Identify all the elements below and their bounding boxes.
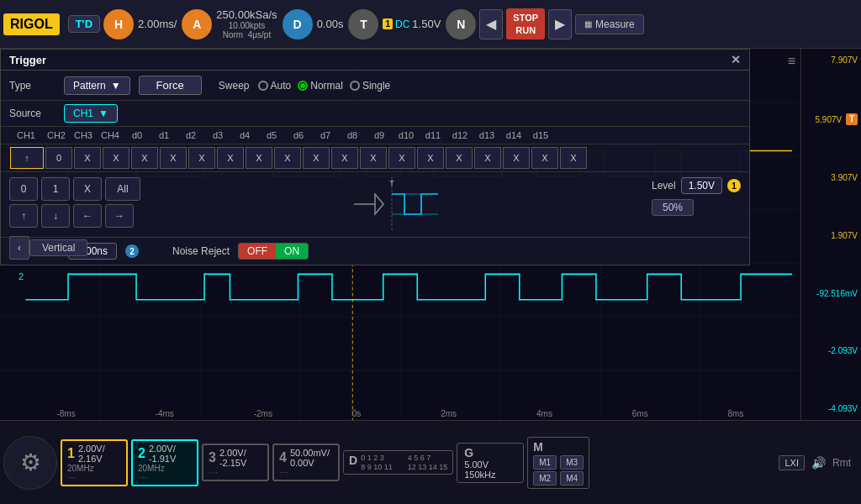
ch4-dots: ···· — [279, 468, 333, 477]
pct-row: 50% — [652, 199, 694, 216]
vertical-left-arrow[interactable]: ‹ — [9, 236, 29, 260]
ch4-trigger-btn[interactable]: X — [103, 147, 129, 169]
trigger-type-row: Type Pattern ▼ Force Sweep Auto Normal — [1, 71, 749, 101]
m1-button[interactable]: M1 — [533, 455, 557, 470]
td-badge[interactable]: T'D — [68, 15, 100, 33]
sweep-auto-radio[interactable] — [258, 81, 268, 91]
g-freq: 150kHz — [464, 470, 516, 480]
hamburger-menu[interactable]: ≡ — [788, 54, 795, 69]
time-label-neg2ms: -2ms — [254, 409, 272, 418]
ch2-trigger-btn[interactable]: 0 — [45, 147, 72, 169]
stop-run-button[interactable]: STOPRUN — [506, 8, 545, 39]
d0-trigger-btn[interactable]: X — [131, 147, 158, 169]
d-status-box[interactable]: D 0 1 2 3 4 5 6 7 8 9 10 11 12 13 14 15 — [343, 450, 453, 475]
d1-trigger-btn[interactable]: X — [160, 147, 187, 169]
rising-edge-button[interactable]: ↑ — [9, 204, 38, 228]
trigger-close-button[interactable]: ✕ — [731, 53, 741, 66]
sweep-auto[interactable]: Auto — [258, 80, 292, 92]
d10-header: d10 — [393, 129, 420, 141]
right-arrow-button[interactable]: → — [105, 204, 134, 228]
ch2-number: 2 — [138, 446, 145, 461]
nav-left-arrow[interactable]: ◀ — [479, 9, 503, 39]
pattern-display: T — [149, 177, 635, 232]
d10-trigger-btn[interactable]: X — [417, 147, 444, 169]
d6-trigger-btn[interactable]: X — [303, 147, 330, 169]
noise-toggle[interactable]: OFF ON — [238, 243, 309, 260]
bit-1-button[interactable]: 1 — [41, 177, 70, 201]
ch2-status-box[interactable]: 2 2.00V/ -1.91V 20MHz ···· — [131, 439, 198, 486]
sweep-normal-radio[interactable] — [298, 81, 308, 91]
a-button[interactable]: A — [182, 9, 212, 39]
g-label: G — [464, 446, 516, 459]
ch1-status-box[interactable]: 1 2.00V/ 2.16V 20MHz ···· — [61, 439, 128, 486]
bit-all-button[interactable]: All — [105, 177, 140, 201]
d12-header: d12 — [446, 129, 473, 141]
m3-button[interactable]: M3 — [560, 455, 584, 470]
g-status-box[interactable]: G 5.00V 150kHz — [457, 443, 524, 483]
d7-trigger-btn[interactable]: X — [331, 147, 358, 169]
sweep-single-radio[interactable] — [350, 81, 360, 91]
sweep-normal-label: Normal — [310, 80, 343, 92]
noise-on-button[interactable]: ON — [276, 244, 308, 259]
pct-button[interactable]: 50% — [652, 199, 694, 216]
d2-header: d2 — [177, 129, 204, 141]
gear-button[interactable]: ⚙ — [3, 436, 57, 490]
time-label-neg4ms: -4ms — [156, 409, 174, 418]
ch3-status-box[interactable]: 3 2.00V/ -2.15V ···· — [202, 444, 269, 481]
voltage-5907: 5.907V T — [805, 113, 858, 125]
d3-trigger-btn[interactable]: X — [217, 147, 244, 169]
force-button[interactable]: Force — [139, 76, 202, 95]
left-arrow-button[interactable]: ← — [73, 204, 102, 228]
voltage-axis: 7.907V 5.907V T 3.907V 1.907V -92.516mV … — [800, 49, 861, 420]
trigger-title-text: Trigger — [9, 54, 46, 66]
voltage-neg4093: -4.093V — [805, 404, 858, 413]
ch1-trigger-btn[interactable]: ↑ — [10, 147, 44, 169]
noise-reject-label: Noise Reject — [172, 245, 230, 257]
a-settings[interactable]: 250.00kSa/s 10.00kpts Norm 4μs/pt — [216, 8, 277, 39]
d-nums-1: 0 1 2 3 — [361, 454, 401, 462]
ch4-status-box[interactable]: 4 50.00mV/ 0.00V ···· — [272, 444, 340, 481]
m-status-box[interactable]: M M1 M3 M2 M4 — [527, 437, 589, 489]
sweep-single[interactable]: Single — [350, 80, 390, 92]
source-dropdown[interactable]: CH1 ▼ — [64, 104, 118, 123]
t-trigger[interactable]: 1 DC 1.50V — [383, 18, 441, 30]
g-volt: 5.00V — [464, 459, 516, 470]
measure-button[interactable]: ▦ Measure — [575, 14, 644, 34]
d8-trigger-btn[interactable]: X — [360, 147, 387, 169]
d14-trigger-btn[interactable]: X — [531, 147, 558, 169]
rmt-text: Rmt — [832, 457, 851, 469]
m-label: M — [533, 440, 584, 454]
d-button[interactable]: D — [283, 9, 313, 39]
d5-trigger-btn[interactable]: X — [274, 147, 301, 169]
h-timebase[interactable]: 2.00ms/ — [138, 18, 177, 30]
d11-trigger-btn[interactable]: X — [446, 147, 473, 169]
bit-x-button[interactable]: X — [73, 177, 102, 201]
d8-header: d8 — [339, 129, 366, 141]
d4-trigger-btn[interactable]: X — [246, 147, 272, 169]
ch1-dots: ···· — [67, 473, 121, 482]
level-value[interactable]: 1.50V — [681, 177, 722, 194]
ch3-trigger-btn[interactable]: X — [74, 147, 101, 169]
ch3-dots: ···· — [209, 468, 262, 477]
time-label-0s: 0s — [352, 409, 362, 418]
type-dropdown[interactable]: Pattern ▼ — [64, 76, 130, 95]
noise-off-button[interactable]: OFF — [239, 244, 276, 259]
vertical-button[interactable]: Vertical — [29, 239, 87, 256]
d12-trigger-btn[interactable]: X — [474, 147, 501, 169]
m4-button[interactable]: M4 — [560, 471, 584, 486]
d15-trigger-btn[interactable]: X — [560, 147, 587, 169]
falling-edge-button[interactable]: ↓ — [41, 204, 70, 228]
bit-0-button[interactable]: 0 — [9, 177, 38, 201]
d-delay[interactable]: 0.00s — [317, 18, 344, 30]
d2-trigger-btn[interactable]: X — [188, 147, 215, 169]
nav-right-arrow[interactable]: ▶ — [548, 9, 572, 39]
sweep-normal[interactable]: Normal — [298, 80, 343, 92]
m2-button[interactable]: M2 — [533, 471, 557, 486]
h-button[interactable]: H — [103, 9, 134, 39]
n-button[interactable]: N — [446, 9, 476, 39]
t-button[interactable]: T — [348, 9, 378, 39]
ch4-offset: 0.00V — [290, 458, 330, 468]
d13-trigger-btn[interactable]: X — [503, 147, 530, 169]
d9-trigger-btn[interactable]: X — [388, 147, 415, 169]
d5-header: d5 — [258, 129, 285, 141]
